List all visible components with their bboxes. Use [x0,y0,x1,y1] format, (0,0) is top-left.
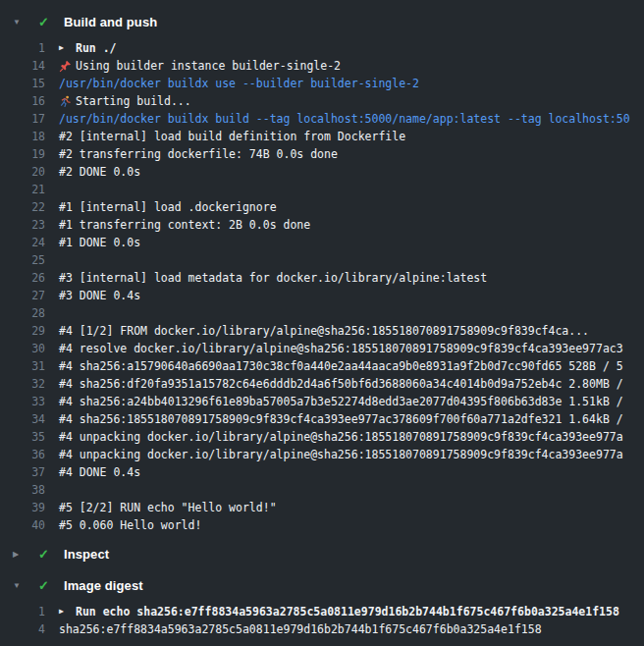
line-number-link[interactable]: 26 [0,269,45,287]
line-number-link[interactable]: 16 [0,92,45,110]
log-line: 37#4 DONE 0.4s [0,463,644,481]
log-line: 26#3 [internal] load metadata for docker… [0,269,644,287]
log-line: 34#4 sha256:185518070891758909c9f839cf4c… [0,410,644,428]
line-number-link[interactable]: 14 [0,57,45,75]
log-text: #1 transferring context: 2B 0.0s done [59,216,310,234]
log-text: /usr/bin/docker buildx build --tag local… [59,110,630,128]
log-text: sha256:e7ff8834a5963a2785c5a0811e979d16b… [59,620,542,638]
log-line: 20#2 DONE 0.0s [0,163,644,181]
line-number-link[interactable]: 29 [0,322,45,340]
log-line: 36#4 unpacking docker.io/library/alpine@… [0,446,644,463]
log-line: 30#4 resolve docker.io/library/alpine@sh… [0,340,644,357]
log-text: #3 DONE 0.4s [59,287,140,304]
log-text: #4 unpacking docker.io/library/alpine@sh… [59,428,623,446]
line-number-link[interactable]: 1 [0,39,45,57]
line-number-link[interactable]: 33 [0,393,45,410]
log-line: 33#4 sha256:a24bb4013296f61e89ba57005a7b… [0,393,644,410]
log-text: Run ./ [76,39,117,57]
line-number-link[interactable]: 27 [0,287,45,304]
section-title: Build and push [64,15,157,29]
line-number-link[interactable]: 15 [0,75,45,92]
log-text: #4 DONE 0.4s [59,463,140,481]
play-icon: ▶ [59,603,76,620]
log-text: #1 [internal] load .dockerignore [59,198,277,216]
chevron-down-icon[interactable]: ▼ [13,581,38,590]
pushpin-icon [59,60,76,73]
section-title: Image digest [64,578,143,593]
log-line: 19#2 transferring dockerfile: 74B 0.0s d… [0,145,644,163]
log-text: #5 0.060 Hello world! [59,516,201,534]
log-text: #4 resolve docker.io/library/alpine@sha2… [59,340,623,357]
log-line: 27#3 DONE 0.4s [0,287,644,304]
section-header-image-digest[interactable]: ▼✓Image digest [0,573,644,597]
log-line: 38 [0,481,644,499]
line-number-link[interactable]: 25 [0,251,45,269]
log-line: 29#4 [1/2] FROM docker.io/library/alpine… [0,322,644,340]
log-line: 18#2 [internal] load build definition fr… [0,128,644,145]
actions-log-viewer: ▼✓Build and push1▶Run ./14Using builder … [0,0,644,638]
log-text: #4 sha256:185518070891758909c9f839cf4ca3… [59,410,623,428]
success-check-icon: ✓ [38,15,64,29]
line-number-link[interactable]: 18 [0,128,45,145]
line-number-link[interactable]: 37 [0,463,45,481]
log-text: Run echo sha256:e7ff8834a5963a2785c5a081… [76,603,619,620]
play-icon: ▶ [59,39,76,57]
log-text: #2 [internal] load build definition from… [59,128,405,145]
line-number-link[interactable]: 20 [0,163,45,181]
log-text: #5 [2/2] RUN echo "Hello world!" [59,499,277,516]
line-number-link[interactable]: 22 [0,198,45,216]
log-text: #4 sha256:a15790640a6690aa1730c38cf0a440… [59,357,623,375]
log-line: 23#1 transferring context: 2B 0.0s done [0,216,644,234]
log-line: 15/usr/bin/docker buildx use --builder b… [0,75,644,92]
log-text: /usr/bin/docker buildx use --builder bui… [59,75,419,92]
log-line: 22#1 [internal] load .dockerignore [0,198,644,216]
line-number-link[interactable]: 23 [0,216,45,234]
log-text: #1 DONE 0.0s [59,234,140,251]
log-text: #2 transferring dockerfile: 74B 0.0s don… [59,145,338,163]
line-number-link[interactable]: 32 [0,375,45,393]
log-line: 1▶Run ./ [0,39,644,57]
line-number-link[interactable]: 17 [0,110,45,128]
line-number-link[interactable]: 4 [0,620,45,638]
success-check-icon: ✓ [38,578,64,593]
line-number-link[interactable]: 40 [0,516,45,534]
chevron-down-icon[interactable]: ▼ [13,18,38,27]
line-number-link[interactable]: 1 [0,603,45,620]
section-header-build-and-push[interactable]: ▼✓Build and push [0,10,644,33]
line-number-link[interactable]: 28 [0,304,45,322]
section-log-lines: 1▶Run echo sha256:e7ff8834a5963a2785c5a0… [0,603,644,638]
log-line: 16Starting build... [0,92,644,110]
log-line: 21 [0,181,644,198]
section-log-lines: 1▶Run ./14Using builder instance builder… [0,39,644,534]
log-line: 1▶Run echo sha256:e7ff8834a5963a2785c5a0… [0,603,644,620]
line-number-link[interactable]: 35 [0,428,45,446]
log-line: 17/usr/bin/docker buildx build --tag loc… [0,110,644,128]
section-header-inspect[interactable]: ▶✓Inspect [0,542,644,565]
line-number-link[interactable]: 38 [0,481,45,499]
line-number-link[interactable]: 36 [0,446,45,463]
log-text: Using builder instance builder-single-2 [76,57,341,75]
log-line: 4sha256:e7ff8834a5963a2785c5a0811e979d16… [0,620,644,638]
line-number-link[interactable]: 21 [0,181,45,198]
line-number-link[interactable]: 34 [0,410,45,428]
line-number-link[interactable]: 30 [0,340,45,357]
line-number-link[interactable]: 39 [0,499,45,516]
log-text: #4 unpacking docker.io/library/alpine@sh… [59,446,623,463]
success-check-icon: ✓ [38,547,64,562]
log-line: 28 [0,304,644,322]
log-line: 31#4 sha256:a15790640a6690aa1730c38cf0a4… [0,357,644,375]
log-text: #2 DONE 0.0s [59,163,140,181]
chevron-right-icon[interactable]: ▶ [13,550,38,559]
log-text: Starting build... [76,92,191,110]
line-number-link[interactable]: 19 [0,145,45,163]
line-number-link[interactable]: 31 [0,357,45,375]
log-line: 25 [0,251,644,269]
runner-icon [59,95,76,108]
log-line: 40#5 0.060 Hello world! [0,516,644,534]
log-line: 32#4 sha256:df20fa9351a15782c64e6dddb2d4… [0,375,644,393]
log-line: 14Using builder instance builder-single-… [0,57,644,75]
log-line: 35#4 unpacking docker.io/library/alpine@… [0,428,644,446]
log-line: 39#5 [2/2] RUN echo "Hello world!" [0,499,644,516]
log-text: #4 sha256:df20fa9351a15782c64e6dddb2d4a6… [59,375,623,393]
line-number-link[interactable]: 24 [0,234,45,251]
